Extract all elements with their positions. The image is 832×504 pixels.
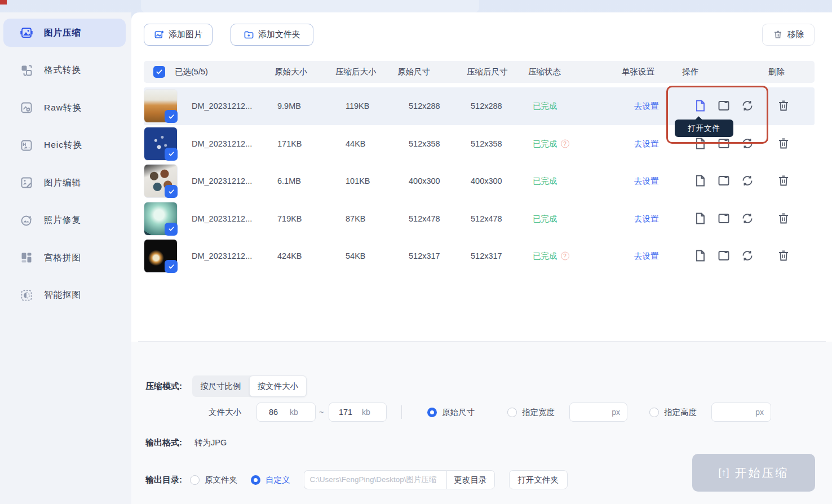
sidebar-item-raw-convert[interactable]: Raw转换 [3, 94, 126, 122]
output-format-label: 输出格式: [145, 437, 182, 448]
open-folder-icon[interactable] [717, 99, 731, 113]
open-file-icon[interactable] [693, 249, 707, 263]
add-folder-button[interactable]: 添加文件夹 [231, 24, 313, 46]
sidebar-item-smart-cutout[interactable]: 智能抠图 [3, 281, 126, 310]
max-size-input-box: kb [329, 403, 387, 422]
table-row[interactable]: DM_20231212... 6.1MB 101KB 400x300 400x3… [144, 162, 815, 200]
warning-icon[interactable]: ? [561, 139, 569, 148]
compressed-size: 44KB [346, 139, 365, 148]
sidebar-item-grid-collage[interactable]: 宫格拼图 [3, 244, 126, 272]
status-badge: 已完成? [533, 251, 569, 262]
row-checkbox[interactable] [165, 260, 178, 273]
radio-icon[interactable] [190, 475, 200, 485]
open-file-icon[interactable] [693, 211, 707, 226]
output-format-value[interactable]: 转为JPG [194, 437, 227, 448]
compressed-dims: 400x300 [471, 176, 502, 185]
row-checkbox[interactable] [165, 148, 178, 161]
open-folder-icon[interactable] [717, 136, 731, 151]
open-file-icon[interactable] [693, 174, 707, 188]
delete-row-icon[interactable] [777, 174, 791, 188]
warning-icon[interactable]: ? [561, 252, 569, 260]
height-input[interactable] [724, 408, 755, 417]
original-dims-option[interactable]: 原始尺寸 [427, 403, 475, 422]
recompress-icon[interactable] [741, 99, 755, 113]
thumbnail-blue-diagram [144, 127, 178, 161]
header-compressed-size: 压缩后大小 [335, 67, 377, 77]
table-row[interactable]: DM_20231212... 424KB 54KB 512x317 512x31… [144, 237, 815, 275]
specify-width-option[interactable]: 指定宽度 [507, 403, 555, 422]
sidebar-item-label: Raw转换 [44, 102, 82, 114]
open-output-folder-button[interactable]: 打开文件夹 [509, 470, 568, 489]
file-name: DM_20231212... [192, 139, 252, 148]
compressed-size: 87KB [346, 214, 365, 223]
sidebar-item-photo-repair[interactable]: 照片修复 [3, 206, 126, 235]
open-file-icon[interactable] [693, 99, 707, 113]
width-input-box: px [569, 403, 627, 422]
file-name: DM_20231212... [192, 176, 252, 185]
recompress-icon[interactable] [741, 249, 755, 263]
row-checkbox[interactable] [165, 223, 178, 236]
width-unit: px [612, 408, 627, 417]
specify-height-option[interactable]: 指定高度 [649, 403, 697, 422]
add-folder-label: 添加文件夹 [258, 29, 300, 40]
max-size-input[interactable] [329, 408, 362, 417]
go-settings-link[interactable]: 去设置 [634, 213, 659, 224]
compress-mode-label: 压缩模式: [145, 381, 182, 392]
output-path-group: 更改目录 [304, 470, 495, 489]
radio-icon[interactable] [507, 408, 517, 417]
thumbnail-flower-on-black [144, 239, 178, 273]
row-checkbox[interactable] [165, 110, 178, 123]
header-selected: 已选(5/5) [175, 67, 208, 77]
radio-selected-icon[interactable] [427, 408, 437, 417]
sidebar-item-image-edit[interactable]: 图片编辑 [3, 169, 126, 197]
go-settings-link[interactable]: 去设置 [634, 138, 659, 149]
sidebar-item-image-compress[interactable]: 图片压缩 [3, 19, 126, 47]
sidebar-item-label: 智能抠图 [44, 289, 81, 301]
output-path-input[interactable] [304, 470, 446, 489]
change-dir-button[interactable]: 更改目录 [446, 470, 495, 489]
custom-folder-option[interactable]: 自定义 [251, 475, 290, 485]
table-row[interactable]: DM_20231212... 719KB 87KB 512x478 512x47… [144, 200, 815, 238]
remove-button[interactable]: 移除 [762, 24, 815, 46]
radio-icon[interactable] [649, 408, 659, 417]
open-folder-icon[interactable] [717, 174, 731, 188]
width-input[interactable] [581, 408, 612, 417]
open-folder-icon[interactable] [717, 211, 731, 226]
file-size-row: 文件大小 kb ~ kb 原始尺寸 指定宽度 px 指定高度 [131, 403, 832, 422]
sidebar-item-heic-convert[interactable]: Heic转换 [3, 131, 126, 160]
delete-row-icon[interactable] [777, 136, 791, 151]
go-settings-link[interactable]: 去设置 [634, 101, 659, 112]
raw-convert-icon [19, 100, 34, 115]
trash-icon [773, 29, 784, 40]
tab-by-filesize[interactable]: 按文件大小 [249, 375, 307, 397]
add-images-button[interactable]: 添加图片 [144, 24, 213, 46]
start-compress-button[interactable]: [↑] 开始压缩 [692, 454, 815, 492]
compressed-size: 101KB [346, 176, 370, 185]
compressed-dims: 512x317 [471, 251, 502, 260]
sidebar-item-label: Heic转换 [44, 139, 82, 151]
radio-selected-icon[interactable] [251, 475, 260, 485]
open-file-icon[interactable] [693, 136, 707, 151]
sidebar-item-label: 图片编辑 [44, 177, 81, 189]
go-settings-link[interactable]: 去设置 [634, 176, 659, 187]
tab-by-ratio[interactable]: 按尺寸比例 [192, 375, 249, 397]
recompress-icon[interactable] [741, 211, 755, 226]
sidebar-item-format-convert[interactable]: 格式转换 [3, 56, 126, 85]
recompress-icon[interactable] [741, 174, 755, 188]
operations [693, 249, 755, 263]
status-badge: 已完成? [533, 138, 569, 149]
original-size: 9.9MB [277, 101, 301, 110]
open-folder-icon[interactable] [717, 249, 731, 263]
original-folder-option[interactable]: 原文件夹 [190, 475, 237, 485]
operations [693, 174, 755, 188]
recompress-icon[interactable] [741, 136, 755, 151]
delete-row-icon[interactable] [777, 211, 791, 226]
go-settings-link[interactable]: 去设置 [634, 251, 659, 262]
delete-row-icon[interactable] [777, 99, 791, 113]
select-all-checkbox[interactable] [153, 66, 165, 78]
image-compress-icon [19, 25, 34, 40]
min-size-input[interactable] [257, 408, 290, 417]
delete-row-icon[interactable] [777, 249, 791, 263]
row-checkbox[interactable] [165, 185, 178, 198]
header-operation: 操作 [682, 67, 698, 77]
